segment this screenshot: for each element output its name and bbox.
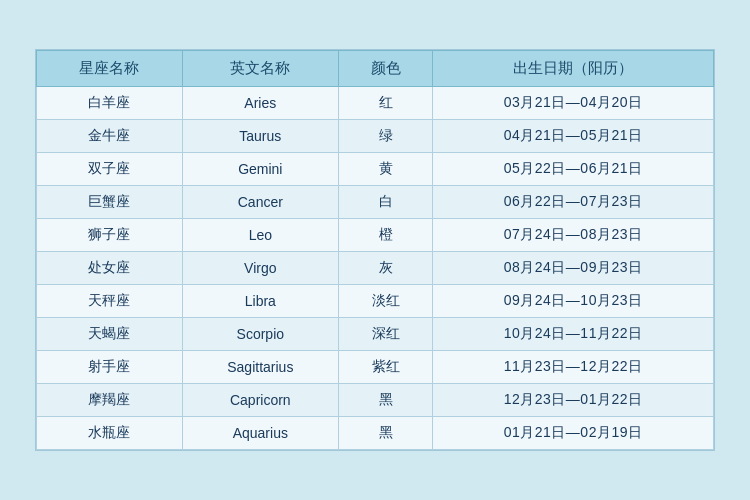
cell-r3-c1: Cancer xyxy=(182,186,338,219)
table-row: 双子座Gemini黄05月22日—06月21日 xyxy=(37,153,714,186)
col-header-english-name: 英文名称 xyxy=(182,51,338,87)
cell-r0-c3: 03月21日—04月20日 xyxy=(433,87,714,120)
cell-r3-c2: 白 xyxy=(338,186,432,219)
table-header-row: 星座名称 英文名称 颜色 出生日期（阳历） xyxy=(37,51,714,87)
cell-r1-c2: 绿 xyxy=(338,120,432,153)
col-header-chinese-name: 星座名称 xyxy=(37,51,183,87)
cell-r8-c2: 紫红 xyxy=(338,351,432,384)
cell-r2-c2: 黄 xyxy=(338,153,432,186)
cell-r1-c1: Taurus xyxy=(182,120,338,153)
table-row: 白羊座Aries红03月21日—04月20日 xyxy=(37,87,714,120)
cell-r6-c0: 天秤座 xyxy=(37,285,183,318)
table-row: 天秤座Libra淡红09月24日—10月23日 xyxy=(37,285,714,318)
cell-r2-c0: 双子座 xyxy=(37,153,183,186)
col-header-color: 颜色 xyxy=(338,51,432,87)
cell-r8-c1: Sagittarius xyxy=(182,351,338,384)
cell-r3-c3: 06月22日—07月23日 xyxy=(433,186,714,219)
cell-r0-c0: 白羊座 xyxy=(37,87,183,120)
cell-r7-c0: 天蝎座 xyxy=(37,318,183,351)
col-header-date: 出生日期（阳历） xyxy=(433,51,714,87)
cell-r6-c2: 淡红 xyxy=(338,285,432,318)
cell-r0-c1: Aries xyxy=(182,87,338,120)
cell-r7-c3: 10月24日—11月22日 xyxy=(433,318,714,351)
cell-r5-c3: 08月24日—09月23日 xyxy=(433,252,714,285)
cell-r1-c3: 04月21日—05月21日 xyxy=(433,120,714,153)
cell-r0-c2: 红 xyxy=(338,87,432,120)
cell-r10-c1: Aquarius xyxy=(182,417,338,450)
cell-r4-c1: Leo xyxy=(182,219,338,252)
cell-r5-c0: 处女座 xyxy=(37,252,183,285)
cell-r1-c0: 金牛座 xyxy=(37,120,183,153)
cell-r10-c3: 01月21日—02月19日 xyxy=(433,417,714,450)
zodiac-table: 星座名称 英文名称 颜色 出生日期（阳历） 白羊座Aries红03月21日—04… xyxy=(36,50,714,450)
cell-r9-c2: 黑 xyxy=(338,384,432,417)
table-row: 天蝎座Scorpio深红10月24日—11月22日 xyxy=(37,318,714,351)
cell-r10-c2: 黑 xyxy=(338,417,432,450)
table-row: 狮子座Leo橙07月24日—08月23日 xyxy=(37,219,714,252)
cell-r6-c1: Libra xyxy=(182,285,338,318)
cell-r8-c3: 11月23日—12月22日 xyxy=(433,351,714,384)
cell-r6-c3: 09月24日—10月23日 xyxy=(433,285,714,318)
zodiac-table-container: 星座名称 英文名称 颜色 出生日期（阳历） 白羊座Aries红03月21日—04… xyxy=(35,49,715,451)
table-row: 射手座Sagittarius紫红11月23日—12月22日 xyxy=(37,351,714,384)
cell-r3-c0: 巨蟹座 xyxy=(37,186,183,219)
cell-r4-c0: 狮子座 xyxy=(37,219,183,252)
table-row: 巨蟹座Cancer白06月22日—07月23日 xyxy=(37,186,714,219)
cell-r8-c0: 射手座 xyxy=(37,351,183,384)
table-row: 处女座Virgo灰08月24日—09月23日 xyxy=(37,252,714,285)
table-row: 金牛座Taurus绿04月21日—05月21日 xyxy=(37,120,714,153)
cell-r5-c2: 灰 xyxy=(338,252,432,285)
cell-r9-c0: 摩羯座 xyxy=(37,384,183,417)
cell-r4-c3: 07月24日—08月23日 xyxy=(433,219,714,252)
table-row: 摩羯座Capricorn黑12月23日—01月22日 xyxy=(37,384,714,417)
cell-r7-c1: Scorpio xyxy=(182,318,338,351)
cell-r7-c2: 深红 xyxy=(338,318,432,351)
table-row: 水瓶座Aquarius黑01月21日—02月19日 xyxy=(37,417,714,450)
cell-r2-c3: 05月22日—06月21日 xyxy=(433,153,714,186)
cell-r2-c1: Gemini xyxy=(182,153,338,186)
cell-r5-c1: Virgo xyxy=(182,252,338,285)
cell-r9-c1: Capricorn xyxy=(182,384,338,417)
cell-r4-c2: 橙 xyxy=(338,219,432,252)
cell-r10-c0: 水瓶座 xyxy=(37,417,183,450)
cell-r9-c3: 12月23日—01月22日 xyxy=(433,384,714,417)
